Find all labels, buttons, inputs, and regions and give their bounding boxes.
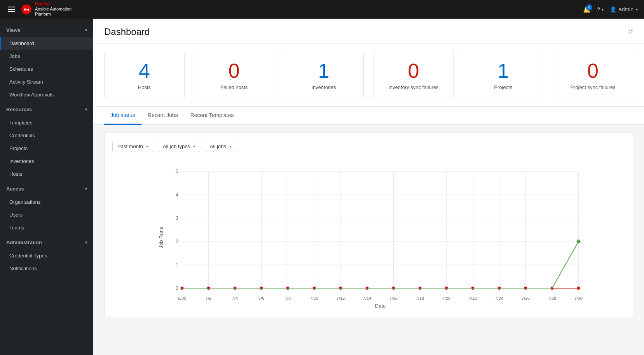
x-label-6: 7/12 <box>337 296 345 301</box>
project-sync-stat-label: Project sync failures <box>561 84 625 90</box>
x-label-7: 7/14 <box>363 296 371 301</box>
sidebar-item-credential-types[interactable]: Credential Types <box>0 249 93 262</box>
top-nav: RH Red Hat Ansible Automation Platform 🔔… <box>0 0 644 19</box>
page-header: Dashboard ↺ <box>93 19 644 44</box>
jobs-filter-label: All jobs <box>210 143 226 149</box>
sidebar-item-organizations[interactable]: Organizations <box>0 196 93 208</box>
sidebar-item-inventories[interactable]: Inventories <box>0 155 93 168</box>
sidebar-section-administration-header[interactable]: Administration ▾ <box>0 236 93 249</box>
failed-hosts-stat-label: Failed hosts <box>202 84 266 90</box>
hosts-stat-number: 4 <box>112 60 176 82</box>
chart-filters: Past month ▾ All job types ▾ All jobs ▾ <box>112 141 625 152</box>
y-label-1: 1 <box>176 262 178 268</box>
inventories-stat-number: 1 <box>292 60 356 82</box>
hosts-stat-label: Hosts <box>112 84 176 90</box>
sidebar-item-users[interactable]: Users <box>0 208 93 221</box>
sidebar-resources-chevron-icon: ▾ <box>85 107 87 112</box>
help-button[interactable]: ? ▾ <box>597 6 604 12</box>
job-type-filter[interactable]: All job types ▾ <box>158 141 200 152</box>
sidebar-section-views-header[interactable]: Views ▾ <box>0 23 93 37</box>
tab-recent-jobs[interactable]: Recent Jobs <box>141 107 184 125</box>
inventories-stat[interactable]: 1 Inventories <box>284 52 364 98</box>
y-label-4: 4 <box>176 192 178 198</box>
projects-stat[interactable]: 1 Projects <box>463 52 543 98</box>
sidebar-item-workflow-approvals[interactable]: Workflow Approvals <box>0 88 93 101</box>
notification-button[interactable]: 🔔 0 <box>583 6 591 13</box>
tab-recent-templates[interactable]: Recent Templates <box>184 107 240 125</box>
sidebar-views-chevron-icon: ▾ <box>85 28 87 32</box>
y-axis-label: Job Runs <box>158 227 164 248</box>
red-dot-15 <box>577 287 580 290</box>
user-chevron-icon: ▾ <box>636 7 638 12</box>
tabs-bar: Job statusRecent JobsRecent Templates <box>93 107 644 125</box>
jobs-filter[interactable]: All jobs ▾ <box>205 141 236 152</box>
user-icon: 👤 <box>610 6 616 12</box>
project-sync-stat[interactable]: 0 Project sync failures <box>553 52 633 98</box>
hosts-stat[interactable]: 4 Hosts <box>104 52 185 98</box>
time-filter[interactable]: Past month ▾ <box>112 141 153 152</box>
refresh-icon[interactable]: ↺ <box>628 26 633 35</box>
sidebar-section-resources-header[interactable]: Resources ▾ <box>0 103 93 116</box>
sidebar-administration-chevron-icon: ▾ <box>85 240 87 245</box>
sidebar-item-credentials[interactable]: Credentials <box>0 129 93 142</box>
sidebar-item-schedules[interactable]: Schedules <box>0 63 93 75</box>
notification-badge: 0 <box>586 4 592 10</box>
user-menu-button[interactable]: 👤 admin ▾ <box>610 6 638 12</box>
inventory-sync-stat-label: Inventory sync failures <box>381 84 445 90</box>
y-label-5: 5 <box>176 169 178 174</box>
project-sync-stat-number: 0 <box>561 60 625 82</box>
x-label-2: 7/4 <box>232 296 238 301</box>
sidebar-item-jobs[interactable]: Jobs <box>0 50 93 63</box>
job-type-filter-label: All job types <box>163 143 190 149</box>
sidebar-item-projects[interactable]: Projects <box>0 142 93 155</box>
x-label-12: 7/24 <box>495 296 503 301</box>
chart-container: Past month ▾ All job types ▾ All jobs ▾ … <box>104 133 633 317</box>
sidebar-section-access-header[interactable]: Access ▾ <box>0 182 93 196</box>
sidebar-item-dashboard[interactable]: Dashboard <box>0 37 93 50</box>
help-chevron-icon: ▾ <box>602 7 604 12</box>
inventories-stat-label: Inventories <box>292 84 356 90</box>
sidebar-section-access: Access ▾ OrganizationsUsersTeams <box>0 182 93 234</box>
inventory-sync-stat[interactable]: 0 Inventory sync failures <box>373 52 454 98</box>
sidebar-section-views: Views ▾ DashboardJobsSchedulesActivity S… <box>0 23 93 101</box>
svg-text:RH: RH <box>24 7 29 12</box>
tab-job-status[interactable]: Job status <box>104 107 141 125</box>
sidebar-item-notifications[interactable]: Notifications <box>0 262 93 275</box>
x-label-13: 7/26 <box>522 296 530 301</box>
x-label-9: 7/18 <box>416 296 424 301</box>
green-dot-15 <box>577 240 581 243</box>
sidebar-item-templates[interactable]: Templates <box>0 116 93 129</box>
job-status-chart: Job Runs <box>112 160 625 308</box>
inventory-sync-stat-number: 0 <box>381 60 445 82</box>
x-label-11: 7/22 <box>469 296 477 301</box>
hamburger-button[interactable] <box>6 5 16 14</box>
sidebar-section-access-label: Access <box>6 186 24 192</box>
x-label-0: 6/30 <box>178 296 186 301</box>
jobs-filter-chevron-icon: ▾ <box>229 144 231 149</box>
page-title: Dashboard <box>104 26 150 44</box>
y-label-3: 3 <box>176 215 178 221</box>
time-filter-chevron-icon: ▾ <box>146 144 148 149</box>
sidebar-item-hosts[interactable]: Hosts <box>0 168 93 180</box>
brand-name: Red Hat Ansible Automation Platform <box>35 2 72 17</box>
sidebar-section-administration-label: Administration <box>6 240 42 245</box>
chart-svg-wrapper: Job Runs <box>112 160 625 309</box>
content-area: Dashboard ↺ 4 Hosts 0 Failed hosts 1 Inv… <box>93 19 644 355</box>
sidebar-item-activity-stream[interactable]: Activity Stream <box>0 75 93 88</box>
x-label-5: 7/10 <box>310 296 318 301</box>
x-label-15: 7/30 <box>574 296 583 301</box>
x-label-4: 7/8 <box>285 296 291 301</box>
username-label: admin <box>619 6 634 12</box>
help-icon: ? <box>597 6 600 12</box>
sidebar-section-views-label: Views <box>6 27 21 33</box>
time-filter-label: Past month <box>117 143 143 149</box>
job-type-filter-chevron-icon: ▾ <box>193 144 195 149</box>
brand-logo: RH Red Hat Ansible Automation Platform <box>21 2 72 17</box>
sidebar-item-teams[interactable]: Teams <box>0 221 93 234</box>
x-label-10: 7/20 <box>442 296 450 301</box>
x-label-14: 7/28 <box>548 296 556 301</box>
redhat-logo-icon: RH <box>21 4 32 15</box>
failed-hosts-stat[interactable]: 0 Failed hosts <box>194 52 274 98</box>
sidebar-section-resources-label: Resources <box>6 107 32 112</box>
sidebar-section-administration: Administration ▾ Credential TypesNotific… <box>0 236 93 275</box>
